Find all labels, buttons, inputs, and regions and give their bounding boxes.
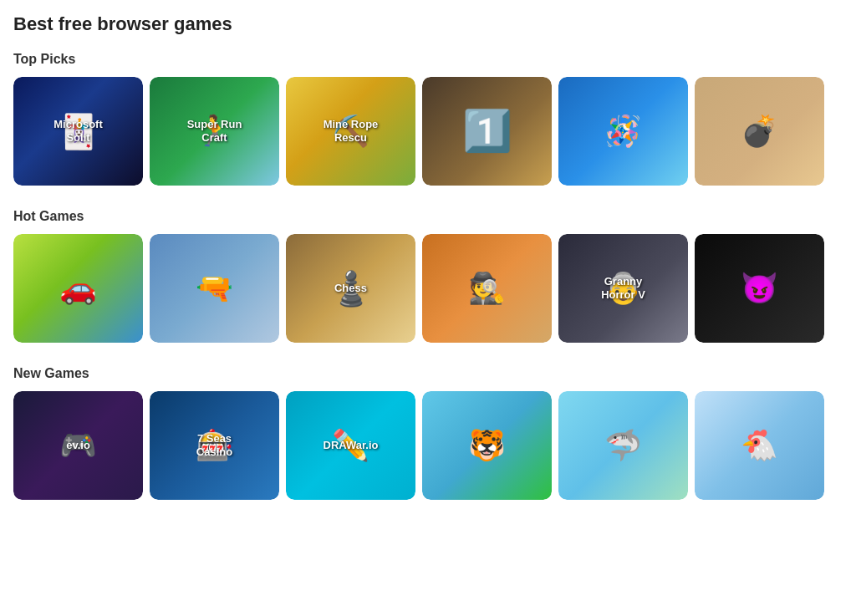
game-name-7-seas-casino: 7 Seas Casino xyxy=(182,432,247,458)
game-thumb-fireboy-watergirl xyxy=(422,77,552,186)
game-thumb-super-run-craft: Super Run Craft xyxy=(150,77,279,186)
game-name-microsoft-solitaire: Microsoft Solit xyxy=(46,118,111,144)
game-card-draw-ar-io[interactable]: DRAWar.io xyxy=(286,391,415,500)
section-title-new-games: New Games xyxy=(13,366,843,381)
game-thumb-catapult-game xyxy=(695,77,824,186)
game-card-baby-shark[interactable] xyxy=(558,391,688,500)
game-card-sniper-game[interactable] xyxy=(150,234,279,343)
game-thumb-baby-shark xyxy=(558,391,688,500)
section-hot-games: Hot GamesChessGranny Horror V xyxy=(13,209,843,343)
game-thumb-draw-ar-io: DRAWar.io xyxy=(286,391,415,500)
game-thumb-gta-game xyxy=(422,234,552,343)
game-name-super-run-craft: Super Run Craft xyxy=(182,118,247,144)
section-top-picks: Top PicksMicrosoft SolitSuper Run CraftM… xyxy=(13,52,843,186)
game-card-gta-game[interactable] xyxy=(422,234,552,343)
game-thumb-chicken-game xyxy=(695,391,824,500)
game-thumb-car-craft xyxy=(13,234,143,343)
section-title-hot-games: Hot Games xyxy=(13,209,843,224)
game-card-pinata-craft[interactable] xyxy=(558,77,688,186)
game-card-car-craft[interactable] xyxy=(13,234,143,343)
game-card-granny-horror[interactable]: Granny Horror V xyxy=(558,234,688,343)
game-card-super-run-craft[interactable]: Super Run Craft xyxy=(150,77,279,186)
game-card-ev-io[interactable]: ev.io xyxy=(13,391,143,500)
section-new-games: New Gamesev.io7 Seas CasinoDRAWar.io xyxy=(13,366,843,500)
game-thumb-ev-io: ev.io xyxy=(13,391,143,500)
game-card-7-seas-casino[interactable]: 7 Seas Casino xyxy=(150,391,279,500)
page-title: Best free browser games xyxy=(13,13,843,35)
game-card-mine-rope-rescue[interactable]: Mine Rope Rescu xyxy=(286,77,415,186)
game-name-ev-io: ev.io xyxy=(66,439,90,452)
game-thumb-tower-game xyxy=(695,234,824,343)
game-thumb-7-seas-casino: 7 Seas Casino xyxy=(150,391,279,500)
game-card-tower-game[interactable] xyxy=(695,234,824,343)
game-thumb-tiger-penguin xyxy=(422,391,552,500)
game-thumb-pinata-craft xyxy=(558,77,688,186)
game-thumb-chess: Chess xyxy=(286,234,415,343)
game-name-granny-horror: Granny Horror V xyxy=(591,275,656,301)
game-card-catapult-game[interactable] xyxy=(695,77,824,186)
games-grid-top-picks: Microsoft SolitSuper Run CraftMine Rope … xyxy=(13,77,843,186)
game-card-fireboy-watergirl[interactable] xyxy=(422,77,552,186)
game-name-draw-ar-io: DRAWar.io xyxy=(324,439,379,452)
game-thumb-sniper-game xyxy=(150,234,279,343)
game-name-mine-rope-rescue: Mine Rope Rescu xyxy=(318,118,384,144)
game-card-tiger-penguin[interactable] xyxy=(422,391,552,500)
game-card-chicken-game[interactable] xyxy=(695,391,824,500)
game-name-chess: Chess xyxy=(334,282,367,295)
game-thumb-mine-rope-rescue: Mine Rope Rescu xyxy=(286,77,415,186)
games-grid-new-games: ev.io7 Seas CasinoDRAWar.io xyxy=(13,391,843,500)
section-title-top-picks: Top Picks xyxy=(13,52,843,67)
games-grid-hot-games: ChessGranny Horror V xyxy=(13,234,843,343)
game-thumb-microsoft-solitaire: Microsoft Solit xyxy=(13,77,143,186)
game-card-microsoft-solitaire[interactable]: Microsoft Solit xyxy=(13,77,143,186)
game-card-chess[interactable]: Chess xyxy=(286,234,415,343)
game-thumb-granny-horror: Granny Horror V xyxy=(558,234,688,343)
